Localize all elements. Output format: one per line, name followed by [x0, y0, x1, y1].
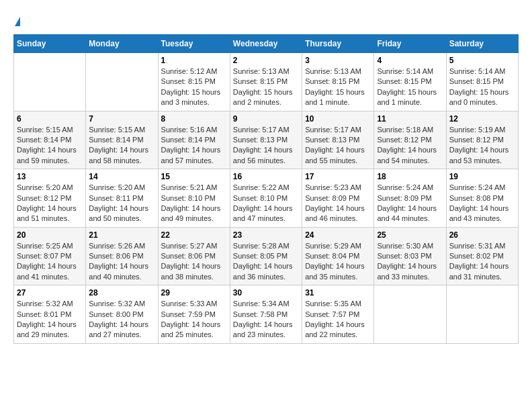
weekday-header: Thursday [302, 35, 374, 53]
calendar-cell: 27Sunrise: 5:32 AMSunset: 8:01 PMDayligh… [14, 285, 86, 344]
calendar-cell: 7Sunrise: 5:15 AMSunset: 8:14 PMDaylight… [86, 111, 158, 169]
calendar-cell: 30Sunrise: 5:34 AMSunset: 7:58 PMDayligh… [230, 285, 302, 344]
calendar-cell: 16Sunrise: 5:22 AMSunset: 8:10 PMDayligh… [230, 169, 302, 228]
calendar-cell: 23Sunrise: 5:28 AMSunset: 8:05 PMDayligh… [230, 227, 302, 285]
calendar-cell: 8Sunrise: 5:16 AMSunset: 8:14 PMDaylight… [158, 111, 230, 169]
calendar-cell: 4Sunrise: 5:14 AMSunset: 8:15 PMDaylight… [374, 53, 446, 111]
day-info: Sunrise: 5:13 AMSunset: 8:15 PMDaylight:… [233, 66, 299, 108]
calendar-cell: 18Sunrise: 5:24 AMSunset: 8:09 PMDayligh… [374, 169, 446, 228]
calendar-cell: 31Sunrise: 5:35 AMSunset: 7:57 PMDayligh… [302, 285, 374, 344]
day-info: Sunrise: 5:14 AMSunset: 8:15 PMDaylight:… [377, 66, 443, 108]
weekday-header: Wednesday [230, 35, 302, 53]
day-info: Sunrise: 5:28 AMSunset: 8:05 PMDaylight:… [233, 241, 299, 283]
day-number: 14 [89, 172, 154, 181]
calendar-cell: 26Sunrise: 5:31 AMSunset: 8:02 PMDayligh… [446, 227, 518, 285]
weekday-header: Sunday [14, 35, 86, 53]
calendar-week-row: 20Sunrise: 5:25 AMSunset: 8:07 PMDayligh… [14, 227, 519, 285]
day-info: Sunrise: 5:15 AMSunset: 8:14 PMDaylight:… [89, 125, 154, 167]
day-number: 17 [305, 172, 371, 181]
calendar-cell: 20Sunrise: 5:25 AMSunset: 8:07 PMDayligh… [14, 227, 86, 285]
calendar-week-row: 1Sunrise: 5:12 AMSunset: 8:15 PMDaylight… [14, 53, 519, 111]
day-info: Sunrise: 5:23 AMSunset: 8:09 PMDaylight:… [305, 183, 371, 224]
calendar-cell: 5Sunrise: 5:14 AMSunset: 8:15 PMDaylight… [446, 53, 518, 111]
day-number: 10 [305, 114, 371, 124]
weekday-header: Tuesday [158, 35, 230, 53]
weekday-header-row: SundayMondayTuesdayWednesdayThursdayFrid… [14, 35, 519, 53]
calendar-cell: 15Sunrise: 5:21 AMSunset: 8:10 PMDayligh… [158, 169, 230, 228]
day-number: 5 [449, 56, 515, 65]
calendar-week-row: 27Sunrise: 5:32 AMSunset: 8:01 PMDayligh… [14, 285, 519, 344]
logo-triangle-icon [15, 17, 20, 26]
day-info: Sunrise: 5:25 AMSunset: 8:07 PMDaylight:… [17, 241, 83, 283]
day-number: 1 [161, 56, 227, 65]
calendar-cell: 17Sunrise: 5:23 AMSunset: 8:09 PMDayligh… [302, 169, 374, 228]
day-number: 11 [377, 114, 443, 124]
day-info: Sunrise: 5:32 AMSunset: 8:01 PMDaylight:… [17, 299, 83, 340]
calendar-cell: 3Sunrise: 5:13 AMSunset: 8:15 PMDaylight… [302, 53, 374, 111]
calendar-cell: 24Sunrise: 5:29 AMSunset: 8:04 PMDayligh… [302, 227, 374, 285]
day-number: 18 [377, 172, 443, 181]
calendar-cell: 11Sunrise: 5:18 AMSunset: 8:12 PMDayligh… [374, 111, 446, 169]
day-number: 19 [449, 172, 515, 181]
calendar-cell: 21Sunrise: 5:26 AMSunset: 8:06 PMDayligh… [86, 227, 158, 285]
day-info: Sunrise: 5:12 AMSunset: 8:15 PMDaylight:… [161, 66, 227, 108]
day-info: Sunrise: 5:32 AMSunset: 8:00 PMDaylight:… [89, 299, 154, 340]
day-number: 22 [161, 230, 227, 240]
day-number: 20 [17, 230, 83, 240]
day-info: Sunrise: 5:21 AMSunset: 8:10 PMDaylight:… [161, 183, 227, 224]
day-info: Sunrise: 5:13 AMSunset: 8:15 PMDaylight:… [305, 66, 371, 108]
calendar-cell [446, 285, 518, 344]
day-info: Sunrise: 5:30 AMSunset: 8:03 PMDaylight:… [377, 241, 443, 283]
day-number: 24 [305, 230, 371, 240]
day-info: Sunrise: 5:17 AMSunset: 8:13 PMDaylight:… [233, 125, 299, 167]
day-number: 8 [161, 114, 227, 124]
day-number: 7 [89, 114, 154, 124]
calendar-cell: 6Sunrise: 5:15 AMSunset: 8:14 PMDaylight… [14, 111, 86, 169]
day-number: 2 [233, 56, 299, 65]
day-number: 15 [161, 172, 227, 181]
day-number: 23 [233, 230, 299, 240]
calendar-cell: 9Sunrise: 5:17 AMSunset: 8:13 PMDaylight… [230, 111, 302, 169]
day-info: Sunrise: 5:15 AMSunset: 8:14 PMDaylight:… [17, 125, 83, 167]
calendar-cell: 22Sunrise: 5:27 AMSunset: 8:06 PMDayligh… [158, 227, 230, 285]
day-info: Sunrise: 5:19 AMSunset: 8:12 PMDaylight:… [449, 125, 515, 167]
day-info: Sunrise: 5:34 AMSunset: 7:58 PMDaylight:… [233, 299, 299, 340]
day-info: Sunrise: 5:33 AMSunset: 7:59 PMDaylight:… [161, 299, 227, 340]
calendar-cell: 2Sunrise: 5:13 AMSunset: 8:15 PMDaylight… [230, 53, 302, 111]
calendar-cell: 28Sunrise: 5:32 AMSunset: 8:00 PMDayligh… [86, 285, 158, 344]
logo [13, 13, 60, 28]
day-number: 21 [89, 230, 154, 240]
day-info: Sunrise: 5:16 AMSunset: 8:14 PMDaylight:… [161, 125, 227, 167]
calendar-cell [14, 53, 86, 111]
calendar-cell: 13Sunrise: 5:20 AMSunset: 8:12 PMDayligh… [14, 169, 86, 228]
day-number: 30 [233, 288, 299, 298]
day-info: Sunrise: 5:17 AMSunset: 8:13 PMDaylight:… [305, 125, 371, 167]
calendar-cell: 1Sunrise: 5:12 AMSunset: 8:15 PMDaylight… [158, 53, 230, 111]
weekday-header: Friday [374, 35, 446, 53]
calendar-cell: 14Sunrise: 5:20 AMSunset: 8:11 PMDayligh… [86, 169, 158, 228]
calendar-cell: 12Sunrise: 5:19 AMSunset: 8:12 PMDayligh… [446, 111, 518, 169]
day-info: Sunrise: 5:18 AMSunset: 8:12 PMDaylight:… [377, 125, 443, 167]
calendar-cell: 25Sunrise: 5:30 AMSunset: 8:03 PMDayligh… [374, 227, 446, 285]
calendar-cell: 19Sunrise: 5:24 AMSunset: 8:08 PMDayligh… [446, 169, 518, 228]
page-header [13, 13, 519, 28]
day-info: Sunrise: 5:31 AMSunset: 8:02 PMDaylight:… [449, 241, 515, 283]
day-number: 6 [17, 114, 83, 124]
day-number: 12 [449, 114, 515, 124]
day-number: 31 [305, 288, 371, 298]
day-info: Sunrise: 5:20 AMSunset: 8:12 PMDaylight:… [17, 183, 83, 224]
day-number: 16 [233, 172, 299, 181]
day-number: 27 [17, 288, 83, 298]
day-number: 9 [233, 114, 299, 124]
day-info: Sunrise: 5:27 AMSunset: 8:06 PMDaylight:… [161, 241, 227, 283]
day-info: Sunrise: 5:14 AMSunset: 8:15 PMDaylight:… [449, 66, 515, 108]
day-number: 4 [377, 56, 443, 65]
day-number: 29 [161, 288, 227, 298]
calendar-cell: 29Sunrise: 5:33 AMSunset: 7:59 PMDayligh… [158, 285, 230, 344]
calendar-cell: 10Sunrise: 5:17 AMSunset: 8:13 PMDayligh… [302, 111, 374, 169]
calendar-table: SundayMondayTuesdayWednesdayThursdayFrid… [13, 34, 519, 344]
weekday-header: Saturday [446, 35, 518, 53]
day-info: Sunrise: 5:26 AMSunset: 8:06 PMDaylight:… [89, 241, 154, 283]
day-number: 28 [89, 288, 154, 298]
day-number: 13 [17, 172, 83, 181]
